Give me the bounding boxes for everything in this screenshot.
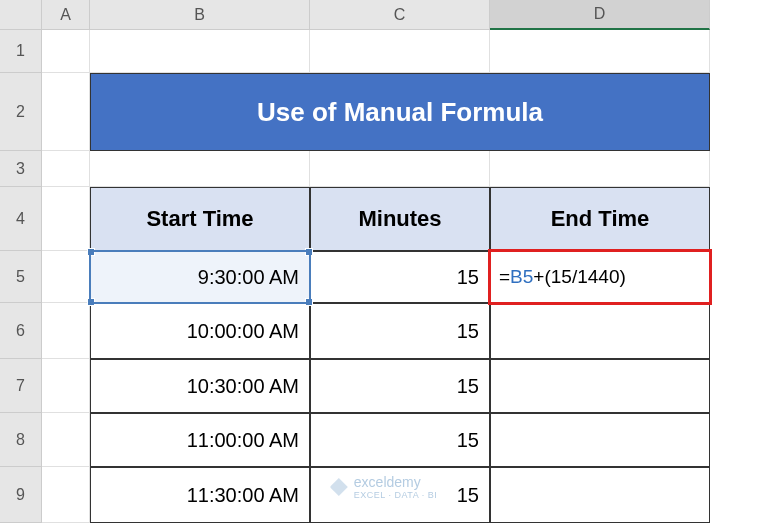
cell-B5-start-time[interactable]: 9:30:00 AM xyxy=(90,251,310,303)
cell-A1[interactable] xyxy=(42,30,90,73)
selection-handle[interactable] xyxy=(305,248,313,256)
row-header-5[interactable]: 5 xyxy=(0,251,42,303)
cell-D7-end-time[interactable] xyxy=(490,359,710,413)
cell-B1[interactable] xyxy=(90,30,310,73)
row-header-2[interactable]: 2 xyxy=(0,73,42,151)
select-all-corner[interactable] xyxy=(0,0,42,30)
cell-C5-minutes[interactable]: 15 xyxy=(310,251,490,303)
selection-handle[interactable] xyxy=(305,298,313,306)
row-header-9[interactable]: 9 xyxy=(0,467,42,523)
cell-B6-start-time[interactable]: 10:00:00 AM xyxy=(90,303,310,359)
col-header-C[interactable]: C xyxy=(310,0,490,30)
col-header-D[interactable]: D xyxy=(490,0,710,30)
cell-D6-end-time[interactable] xyxy=(490,303,710,359)
cell-D1[interactable] xyxy=(490,30,710,73)
cell-A3[interactable] xyxy=(42,151,90,187)
cell-A7[interactable] xyxy=(42,359,90,413)
cell-A9[interactable] xyxy=(42,467,90,523)
row-header-6[interactable]: 6 xyxy=(0,303,42,359)
header-start-time[interactable]: Start Time xyxy=(90,187,310,251)
selection-handle[interactable] xyxy=(87,248,95,256)
header-minutes[interactable]: Minutes xyxy=(310,187,490,251)
cell-C1[interactable] xyxy=(310,30,490,73)
cell-C3[interactable] xyxy=(310,151,490,187)
cell-B8-start-time[interactable]: 11:00:00 AM xyxy=(90,413,310,467)
row-header-7[interactable]: 7 xyxy=(0,359,42,413)
row-header-1[interactable]: 1 xyxy=(0,30,42,73)
cell-A5[interactable] xyxy=(42,251,90,303)
formula-text: =B5+(15/1440) xyxy=(499,266,626,288)
row-header-8[interactable]: 8 xyxy=(0,413,42,467)
row-header-4[interactable]: 4 xyxy=(0,187,42,251)
header-end-time[interactable]: End Time xyxy=(490,187,710,251)
title-banner[interactable]: Use of Manual Formula xyxy=(90,73,710,151)
col-header-B[interactable]: B xyxy=(90,0,310,30)
cell-B9-start-time[interactable]: 11:30:00 AM xyxy=(90,467,310,523)
cell-C8-minutes[interactable]: 15 xyxy=(310,413,490,467)
cell-D3[interactable] xyxy=(490,151,710,187)
cell-A6[interactable] xyxy=(42,303,90,359)
cell-C6-minutes[interactable]: 15 xyxy=(310,303,490,359)
cell-A2[interactable] xyxy=(42,73,90,151)
cell-A4[interactable] xyxy=(42,187,90,251)
cell-A8[interactable] xyxy=(42,413,90,467)
cell-C9-minutes[interactable]: 15 xyxy=(310,467,490,523)
selection-handle[interactable] xyxy=(87,298,95,306)
cell-D5-formula[interactable]: =B5+(15/1440) xyxy=(490,251,710,303)
col-header-A[interactable]: A xyxy=(42,0,90,30)
row-header-3[interactable]: 3 xyxy=(0,151,42,187)
cell-D9-end-time[interactable] xyxy=(490,467,710,523)
cell-B7-start-time[interactable]: 10:30:00 AM xyxy=(90,359,310,413)
cell-C7-minutes[interactable]: 15 xyxy=(310,359,490,413)
cell-value: 9:30:00 AM xyxy=(198,266,299,289)
spreadsheet-grid[interactable]: A B C D 1 2 Use of Manual Formula 3 4 St… xyxy=(0,0,767,523)
cell-D8-end-time[interactable] xyxy=(490,413,710,467)
cell-B3[interactable] xyxy=(90,151,310,187)
